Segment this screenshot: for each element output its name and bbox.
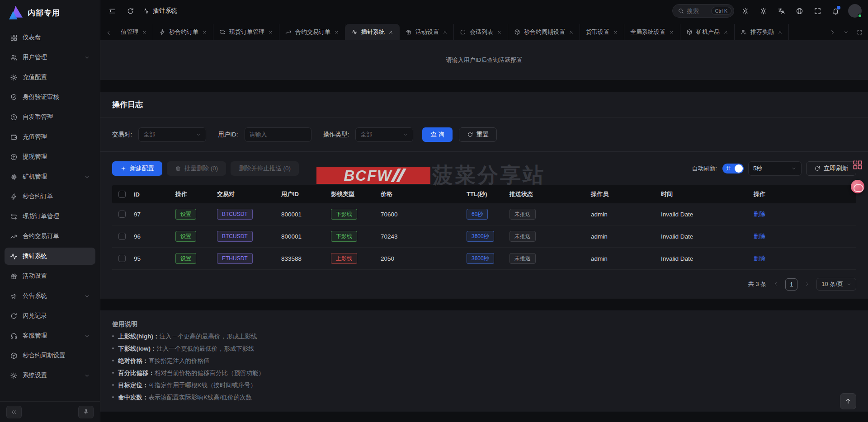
dashboard-icon — [10, 34, 18, 42]
tab-label: 值管理 — [121, 28, 138, 36]
close-icon[interactable] — [268, 30, 273, 35]
sidebar-item[interactable]: 秒合约订单 — [5, 188, 95, 205]
tabs-scroll-left-button[interactable] — [102, 25, 115, 40]
next-page-button[interactable] — [802, 279, 812, 289]
floating-helper-ball[interactable] — [851, 180, 864, 193]
sidebar-item[interactable]: 客服管理 — [5, 327, 95, 344]
back-to-top-button[interactable] — [840, 393, 856, 409]
refresh-interval-select[interactable]: 5秒 — [748, 161, 802, 176]
chevron-down-icon — [196, 132, 201, 137]
usage-item: 百分比偏移：相对当前价格的偏移百分比（预留功能） — [112, 369, 856, 377]
reload-button[interactable] — [123, 4, 137, 18]
tab[interactable]: 全局系统设置 — [624, 24, 680, 40]
prev-page-button[interactable] — [771, 279, 781, 289]
row-checkbox[interactable] — [118, 211, 126, 218]
avatar[interactable] — [848, 4, 862, 18]
sidebar-item[interactable]: 闪兑记录 — [5, 307, 95, 324]
topbar-icon-button[interactable] — [774, 4, 788, 18]
tabs-menu-button[interactable] — [840, 26, 852, 38]
close-icon[interactable] — [142, 30, 147, 35]
tab-label: 全局系统设置 — [630, 28, 665, 36]
reset-button[interactable]: 重置 — [459, 127, 497, 142]
tab[interactable]: 合约交易订单 — [279, 24, 345, 40]
delete-link[interactable]: 删除 — [754, 255, 765, 262]
pin-sidebar-button[interactable] — [78, 406, 94, 418]
tab[interactable]: 货币设置 — [580, 24, 624, 40]
tab[interactable]: 秒合约周期设置 — [508, 24, 580, 40]
topbar-icon-button[interactable] — [756, 4, 770, 18]
close-icon[interactable] — [497, 30, 502, 35]
close-icon[interactable] — [613, 30, 618, 35]
menu-fold-button[interactable] — [105, 4, 119, 18]
sidebar-item[interactable]: 充值配置 — [5, 69, 95, 86]
trend-icon — [285, 29, 292, 35]
delete-stop-push-button[interactable]: 删除并停止推送 (0) — [231, 161, 299, 176]
swap-icon — [219, 29, 226, 35]
global-search[interactable]: Ctrl K — [672, 4, 735, 18]
close-icon[interactable] — [334, 30, 339, 35]
sidebar-item[interactable]: 仪表盘 — [5, 29, 95, 46]
userid-filter-input[interactable] — [245, 127, 311, 142]
fullscreen-icon — [857, 29, 863, 35]
floating-layout-widget[interactable] — [852, 159, 863, 171]
close-icon[interactable] — [669, 30, 674, 35]
tab[interactable]: 会话列表 — [454, 24, 508, 40]
page-size-select[interactable]: 10 条/页 — [816, 278, 856, 291]
topbar-icon-button[interactable] — [828, 4, 843, 18]
batch-delete-button[interactable]: 批量删除 (0) — [167, 161, 226, 176]
sidebar-item[interactable]: 系统设置 — [5, 367, 95, 384]
tab[interactable]: 活动设置 — [400, 24, 454, 40]
table-row: 96 设置 BTCUSDT 800001 下影线 70243 3600秒 未推送… — [112, 225, 856, 248]
close-icon[interactable] — [443, 30, 448, 35]
new-config-button[interactable]: 新建配置 — [112, 161, 162, 176]
plus-icon — [120, 165, 127, 172]
close-icon[interactable] — [778, 30, 783, 35]
sidebar-item[interactable]: 插针系统 — [5, 248, 95, 265]
sidebar-item[interactable]: 矿机管理 — [5, 168, 95, 185]
tab[interactable]: 秒合约订单 — [153, 24, 213, 40]
table-toolbar: 新建配置 批量删除 (0) 删除并停止推送 (0) 自动刷新: 开 — [100, 152, 868, 185]
sidebar-item[interactable]: 现货订单管理 — [5, 208, 95, 225]
sidebar-item[interactable]: 身份验证审核 — [5, 89, 95, 106]
auto-refresh-toggle[interactable]: 开 — [722, 164, 744, 173]
search-input[interactable] — [687, 8, 708, 14]
topbar-icon-button[interactable] — [810, 4, 825, 18]
close-icon[interactable] — [388, 30, 393, 35]
maximize-content-button[interactable] — [854, 26, 865, 38]
tab[interactable]: 插针系统 — [345, 24, 400, 40]
usage-item: 上影线(high)：注入一个更高的最高价，形成上影线 — [112, 333, 856, 341]
topbar-icon-button[interactable] — [792, 4, 807, 18]
sidebar-item[interactable]: 用户管理 — [5, 49, 95, 66]
search-button[interactable]: 查 询 — [422, 127, 453, 142]
tabs-scroll-right-button[interactable] — [826, 26, 838, 38]
grid-icon — [852, 159, 863, 171]
type-filter-select[interactable]: 全部 — [355, 127, 413, 142]
refresh-now-button[interactable]: 立即刷新 — [806, 161, 856, 176]
sidebar-item[interactable]: 充值管理 — [5, 128, 95, 145]
close-icon[interactable] — [202, 30, 207, 35]
page-number[interactable]: 1 — [785, 278, 797, 291]
row-checkbox[interactable] — [118, 233, 126, 240]
tab[interactable]: 推荐奖励 — [735, 24, 789, 40]
sidebar-item-label: 现货订单管理 — [23, 212, 90, 220]
sidebar-item[interactable]: 合约交易订单 — [5, 228, 95, 245]
sidebar-item[interactable]: 公告系统 — [5, 287, 95, 305]
sidebar-item[interactable]: 自发币管理 — [5, 108, 95, 126]
tab[interactable]: 现货订单管理 — [213, 24, 279, 40]
sidebar-item[interactable]: 秒合约周期设置 — [5, 347, 95, 364]
sidebar-item[interactable]: 提现管理 — [5, 148, 95, 165]
row-checkbox[interactable] — [118, 255, 126, 262]
close-icon[interactable] — [723, 30, 728, 35]
select-all-checkbox[interactable] — [118, 191, 126, 198]
sidebar-item[interactable]: 活动设置 — [5, 267, 95, 285]
collapse-sidebar-button[interactable] — [6, 406, 22, 418]
topbar-icon-button[interactable] — [738, 4, 752, 18]
delete-link[interactable]: 删除 — [754, 233, 765, 239]
tab[interactable]: 矿机产品 — [680, 24, 735, 40]
toggle-knob — [735, 164, 743, 173]
close-icon[interactable] — [569, 30, 574, 35]
delete-link[interactable]: 删除 — [754, 211, 765, 217]
pair-filter-select[interactable]: 全部 — [138, 127, 206, 142]
gift-icon — [10, 272, 18, 280]
tab[interactable]: 值管理 — [115, 24, 153, 40]
